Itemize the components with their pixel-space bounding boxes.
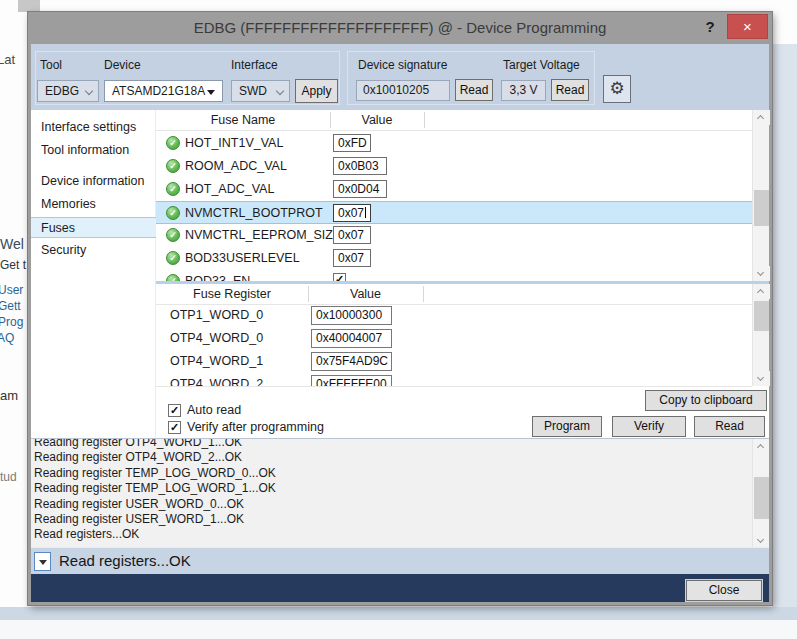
scroll-up-button[interactable] xyxy=(753,110,770,125)
fuse-row-nvmctrl_eeprom_size[interactable]: ✓NVMCTRL_EEPROM_SIZE0x07 xyxy=(156,224,752,247)
register-value-header: Value xyxy=(308,284,423,304)
scroll-down-button[interactable] xyxy=(753,266,770,281)
titlebar[interactable]: EDBG (FFFFFFFFFFFFFFFFFFFF) @ - Device P… xyxy=(28,12,772,44)
background-text-fragment: User xyxy=(0,283,23,297)
log-panel[interactable]: Reading register OTP4_WORD_1...OKReading… xyxy=(31,438,769,547)
fuse-name: BOD33_EN xyxy=(185,274,250,281)
background-bottom-strip xyxy=(0,607,797,620)
signature-read-button[interactable]: Read xyxy=(455,79,493,101)
log-line: Reading register USER_WORD_0...OK xyxy=(31,497,769,512)
register-value-input[interactable]: 0x40004007 xyxy=(311,329,392,348)
header-separator xyxy=(423,286,424,302)
fuse-value-input[interactable]: 0xFD xyxy=(333,134,371,152)
dialog-title: EDBG (FFFFFFFFFFFFFFFFFFFF) @ - Device P… xyxy=(28,19,772,36)
voltage-read-button[interactable]: Read xyxy=(551,79,589,101)
apply-button[interactable]: Apply xyxy=(295,79,338,103)
status-expand-button[interactable] xyxy=(34,552,51,571)
sidebar-item-interface-settings[interactable]: Interface settings xyxy=(31,117,156,138)
scroll-up-button[interactable] xyxy=(753,284,770,299)
program-button[interactable]: Program xyxy=(532,416,602,437)
status-bar: Read registers...OK xyxy=(31,547,769,574)
register-name: OTP4_WORD_0 xyxy=(170,331,263,345)
verify-after-programming-label: Verify after programming xyxy=(187,420,324,434)
scroll-down-button[interactable] xyxy=(753,533,769,547)
sidebar-item-security[interactable]: Security xyxy=(31,240,156,261)
fuse-table: Fuse Name Value ✓HOT_INT1V_VAL0xFD✓ROOM_… xyxy=(156,110,752,281)
dropdown-arrow-icon xyxy=(207,90,215,95)
sidebar-item-fuses[interactable]: Fuses xyxy=(31,217,156,238)
auto-read-checkbox[interactable]: ✓ xyxy=(168,404,181,417)
register-value-input[interactable]: 0x75F4AD9C xyxy=(311,352,392,371)
fuse-row-nvmctrl_bootprot[interactable]: ✓NVMCTRL_BOOTPROT0x07 xyxy=(156,201,752,224)
device-programming-dialog: EDBG (FFFFFFFFFFFFFFFFFFFF) @ - Device P… xyxy=(28,12,772,605)
fuse-value-input[interactable]: 0x0B03 xyxy=(333,157,387,175)
register-row-otp4_word_2[interactable]: OTP4_WORD_20xFFFFFE00 xyxy=(156,373,752,386)
interface-select[interactable]: SWD xyxy=(231,80,290,102)
tool-select[interactable]: EDBG xyxy=(37,80,99,102)
register-name: OTP1_WORD_0 xyxy=(170,308,263,322)
fuse-value-input[interactable]: 0x0D04 xyxy=(333,180,387,198)
scrollbar-thumb[interactable] xyxy=(754,477,769,519)
status-ok-icon: ✓ xyxy=(166,136,180,150)
log-line: Reading register USER_WORD_1...OK xyxy=(31,512,769,527)
register-value-input[interactable]: 0xFFFFFE00 xyxy=(311,375,392,386)
header-separator xyxy=(330,112,331,128)
interface-label: Interface xyxy=(231,58,278,72)
background-right-strip xyxy=(772,44,797,607)
sidebar-item-tool-information[interactable]: Tool information xyxy=(31,140,156,161)
sidebar-item-memories[interactable]: Memories xyxy=(31,194,156,215)
fuse-name: HOT_INT1V_VAL xyxy=(185,136,283,150)
fuse-row-hot_int1v_val[interactable]: ✓HOT_INT1V_VAL0xFD xyxy=(156,132,752,155)
register-row-otp4_word_1[interactable]: OTP4_WORD_10x75F4AD9C xyxy=(156,350,752,373)
fuse-name: HOT_ADC_VAL xyxy=(185,182,274,196)
fuse-value-checkbox[interactable]: ✓ xyxy=(333,273,346,281)
scrollbar-thumb[interactable] xyxy=(754,301,769,331)
fuse-row-bod33userlevel[interactable]: ✓BOD33USERLEVEL0x07 xyxy=(156,247,752,270)
verify-button[interactable]: Verify xyxy=(612,416,686,437)
log-line: Reading register TEMP_LOG_WORD_0...OK xyxy=(31,466,769,481)
fuse-name: NVMCTRL_EEPROM_SIZE xyxy=(185,228,341,242)
dropdown-arrow-icon xyxy=(39,560,47,565)
chevron-down-icon xyxy=(276,87,284,95)
dialog-footer: Close xyxy=(31,574,769,602)
register-value-input[interactable]: 0x10000300 xyxy=(311,306,392,325)
header-underline xyxy=(156,130,752,131)
sidebar: Interface settingsTool informationDevice… xyxy=(31,110,156,438)
read-button[interactable]: Read xyxy=(694,416,765,437)
tool-label: Tool xyxy=(40,58,62,72)
settings-gear-button[interactable]: ⚙ xyxy=(603,75,631,103)
copy-to-clipboard-button[interactable]: Copy to clipboard xyxy=(645,390,767,411)
fuse-value-input[interactable]: 0x07 xyxy=(333,204,371,222)
sidebar-item-device-information[interactable]: Device information xyxy=(31,171,156,192)
fuse-table-scrollbar[interactable] xyxy=(752,110,769,281)
chevron-down-icon xyxy=(85,87,93,95)
help-icon[interactable]: ? xyxy=(700,18,720,35)
auto-read-label: Auto read xyxy=(187,403,241,417)
verify-after-programming-checkbox[interactable]: ✓ xyxy=(168,421,181,434)
register-row-otp4_word_0[interactable]: OTP4_WORD_00x40004007 xyxy=(156,327,752,350)
status-ok-icon: ✓ xyxy=(166,159,180,173)
scroll-down-button[interactable] xyxy=(753,371,770,386)
fuse-row-bod33_en[interactable]: ✓BOD33_EN✓ xyxy=(156,270,752,281)
register-table-scrollbar[interactable] xyxy=(752,284,769,386)
device-select[interactable]: ATSAMD21G18A xyxy=(104,80,223,102)
fuse-value-input[interactable]: 0x07 xyxy=(333,226,371,244)
interface-value: SWD xyxy=(239,84,267,98)
status-ok-icon: ✓ xyxy=(166,251,180,265)
fuse-row-hot_adc_val[interactable]: ✓HOT_ADC_VAL0x0D04 xyxy=(156,178,752,201)
scrollbar-thumb[interactable] xyxy=(754,190,769,226)
close-button[interactable]: Close xyxy=(686,580,762,601)
register-row-otp1_word_0[interactable]: OTP1_WORD_00x10000300 xyxy=(156,304,752,327)
scroll-up-button[interactable] xyxy=(753,439,769,454)
target-voltage-field[interactable]: 3,3 V xyxy=(501,80,546,101)
log-lines: Reading register OTP4_WORD_1...OKReading… xyxy=(31,438,769,543)
gear-icon: ⚙ xyxy=(609,79,624,98)
log-line: Reading register OTP4_WORD_2...OK xyxy=(31,450,769,465)
log-scrollbar[interactable] xyxy=(752,439,769,547)
fuse-value-input[interactable]: 0x07 xyxy=(333,249,371,267)
device-signature-field[interactable]: 0x10010205 xyxy=(356,80,450,101)
status-message: Read registers...OK xyxy=(59,552,191,569)
fuse-name-header: Fuse Name xyxy=(156,110,330,130)
window-close-button[interactable]: × xyxy=(727,14,768,39)
fuse-row-room_adc_val[interactable]: ✓ROOM_ADC_VAL0x0B03 xyxy=(156,155,752,178)
